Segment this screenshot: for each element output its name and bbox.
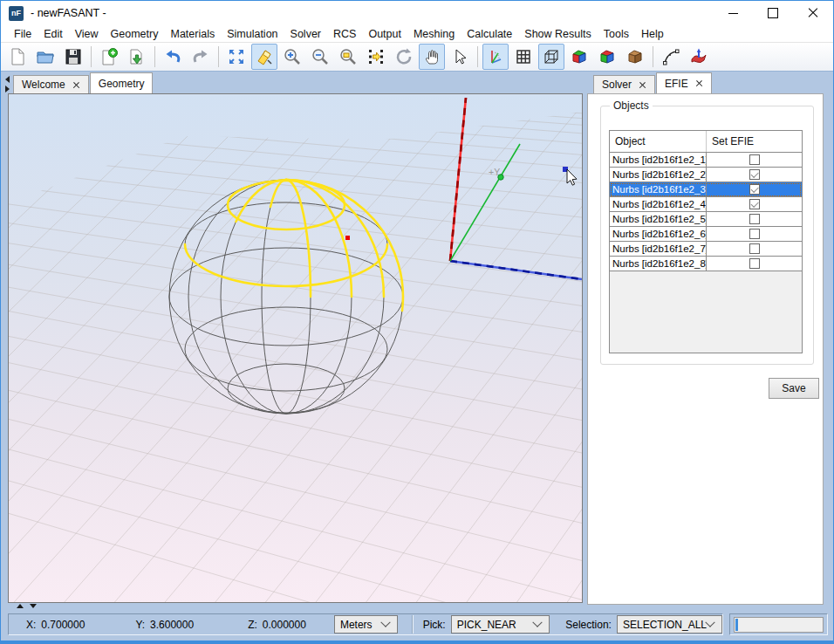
objects-table: Object Set EFIE Nurbs [id2b16f1e2_1] — [609, 130, 803, 353]
set-efie-cell — [707, 242, 802, 256]
efie-checkbox[interactable] — [749, 184, 760, 195]
app-icon: nF — [9, 6, 24, 21]
panel-tab[interactable]: Solver — [593, 75, 655, 93]
menu-item[interactable]: Materials — [164, 28, 221, 40]
menu-item[interactable]: Edit — [38, 28, 69, 40]
document-tab[interactable]: Geometry — [90, 72, 154, 93]
zoom-window-button[interactable] — [335, 44, 361, 70]
menu-item[interactable]: View — [69, 28, 105, 40]
select-button[interactable] — [447, 44, 473, 70]
zoom-out-button[interactable] — [307, 44, 333, 70]
z-value: 0.000000 — [263, 619, 306, 631]
progress-bar — [734, 617, 824, 633]
maximize-button[interactable] — [753, 1, 793, 25]
set-efie-cell — [707, 153, 802, 167]
wireframe-view-button[interactable] — [538, 44, 564, 70]
table-row[interactable]: Nurbs [id2b16f1e2_4] — [610, 197, 802, 212]
axes-toggle-button[interactable] — [482, 44, 509, 70]
save-button-toolbar[interactable] — [60, 44, 86, 70]
new-file-button[interactable] — [4, 44, 31, 70]
menu-item[interactable]: Solver — [284, 28, 327, 40]
window-title: - newFASANT - — [31, 7, 106, 19]
save-button[interactable]: Save — [769, 378, 819, 399]
efie-checkbox[interactable] — [749, 258, 760, 269]
solid-view-button[interactable] — [566, 44, 592, 70]
minimize-icon — [728, 13, 738, 14]
axis-y-label: +Y — [489, 167, 500, 177]
minimize-button[interactable] — [713, 1, 753, 25]
column-header-set-efie[interactable]: Set EFIE — [707, 131, 802, 152]
object-name: Nurbs [id2b16f1e2_1] — [610, 153, 707, 167]
flat-view-button[interactable] — [594, 44, 620, 70]
menu-item[interactable]: Geometry — [105, 28, 165, 40]
zoom-in-button[interactable] — [279, 44, 305, 70]
tab-label: Welcome — [22, 79, 65, 91]
table-row[interactable]: Nurbs [id2b16f1e2_8] — [610, 257, 802, 271]
tab-scroll-arrows[interactable] — [5, 76, 10, 92]
menu-item[interactable]: Simulation — [221, 28, 284, 40]
z-label: Z: — [248, 619, 257, 631]
set-efie-cell — [707, 168, 802, 182]
zoom-fit-button[interactable] — [223, 44, 250, 70]
panel-tab[interactable]: EFIE — [656, 72, 712, 93]
close-button[interactable] — [793, 1, 833, 25]
menu-item[interactable]: Help — [635, 28, 670, 40]
pick-mode-select[interactable]: PICK_NEAR — [451, 615, 550, 634]
selection-mode-select[interactable]: SELECTION_ALL — [617, 615, 722, 634]
object-name: Nurbs [id2b16f1e2_4] — [610, 197, 707, 211]
tab-close-icon[interactable] — [72, 81, 80, 89]
new-project-button[interactable] — [96, 44, 122, 70]
menu-item[interactable]: Show Results — [518, 28, 597, 40]
tab-label: Geometry — [99, 78, 145, 90]
menu-item[interactable]: Output — [362, 28, 407, 40]
units-select[interactable]: Meters — [334, 615, 398, 634]
grid-toggle-button[interactable] — [510, 44, 537, 70]
menu-item[interactable]: Meshing — [407, 28, 461, 40]
undo-button[interactable] — [160, 44, 186, 70]
y-value: 3.600000 — [150, 619, 194, 631]
table-row[interactable]: Nurbs [id2b16f1e2_2] — [610, 168, 802, 182]
object-name: Nurbs [id2b16f1e2_3] — [610, 182, 707, 196]
table-row[interactable]: Nurbs [id2b16f1e2_1] — [610, 153, 802, 168]
textured-view-button[interactable] — [622, 44, 648, 70]
units-value: Meters — [335, 619, 382, 631]
menu-item[interactable]: RCS — [327, 28, 362, 40]
table-row[interactable]: Nurbs [id2b16f1e2_6] — [610, 227, 802, 242]
window-bottom-edge — [1, 641, 833, 644]
object-name: Nurbs [id2b16f1e2_7] — [610, 242, 707, 256]
efie-checkbox[interactable] — [749, 229, 760, 239]
pick-point-marker — [345, 236, 350, 240]
redo-button[interactable] — [188, 44, 214, 70]
selection-label: Selection: — [565, 619, 612, 631]
tab-close-icon[interactable] — [695, 79, 703, 87]
chevron-down-icon — [380, 617, 390, 627]
efie-checkbox[interactable] — [749, 199, 760, 209]
surface-tool-button[interactable] — [686, 44, 712, 70]
table-row[interactable]: Nurbs [id2b16f1e2_5] — [610, 212, 802, 227]
menu-item[interactable]: Tools — [598, 28, 635, 40]
y-label: Y: — [135, 619, 145, 631]
efie-checkbox[interactable] — [749, 154, 760, 165]
menu-item[interactable]: File — [8, 28, 38, 40]
document-tab[interactable]: Welcome — [13, 75, 89, 93]
efie-checkbox[interactable] — [749, 169, 760, 180]
scroll-up-icon — [17, 604, 24, 608]
pan-to-button[interactable] — [363, 44, 389, 70]
efie-checkbox[interactable] — [749, 214, 760, 224]
curve-tool-button[interactable] — [658, 44, 684, 70]
set-efie-cell — [707, 197, 802, 211]
pan-button[interactable] — [419, 44, 445, 70]
zoom-realtime-button[interactable] — [251, 44, 277, 70]
rotate-button[interactable] — [391, 44, 417, 70]
toolbar-separator — [154, 46, 155, 67]
viewport-scroll-arrows[interactable] — [17, 604, 37, 608]
open-folder-button[interactable] — [32, 44, 58, 70]
column-header-object[interactable]: Object — [610, 131, 707, 152]
efie-checkbox[interactable] — [749, 243, 760, 254]
table-row[interactable]: Nurbs [id2b16f1e2_7] — [610, 242, 802, 257]
import-button[interactable] — [124, 44, 150, 70]
menu-item[interactable]: Calculate — [461, 28, 518, 40]
tab-close-icon[interactable] — [639, 81, 646, 89]
viewport-3d[interactable]: +Y — [8, 93, 583, 603]
table-row[interactable]: Nurbs [id2b16f1e2_3] — [610, 182, 802, 197]
